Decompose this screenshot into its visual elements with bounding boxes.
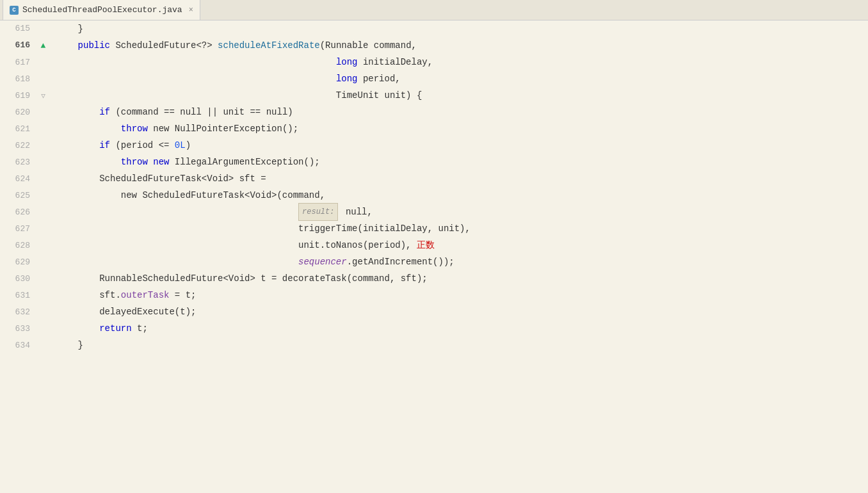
line-num-624: 624 <box>0 174 35 184</box>
code-line-626: result: null, <box>56 204 868 220</box>
code-text2-622: ) <box>186 137 191 154</box>
code-text-634: } <box>56 337 83 353</box>
code-text-618 <box>56 70 336 87</box>
code-indent-626 <box>56 204 298 220</box>
line-num-633: 633 <box>0 324 35 334</box>
gutter-row-626: 626 <box>0 204 51 220</box>
field-sequencer-629: sequencer <box>298 254 347 270</box>
code-text-625: new ScheduledFutureTask<Void>(command, <box>56 187 325 204</box>
line-num-619: 619 <box>0 91 35 101</box>
code-space2-616 <box>213 37 218 54</box>
line-num-627: 627 <box>0 224 35 234</box>
code-line-632: delayedExecute(t); <box>56 303 868 320</box>
code-text2-631: = t; <box>169 287 196 303</box>
keyword-throw-621: throw <box>121 120 148 137</box>
code-text2-617: initialDelay, <box>357 54 433 70</box>
line-num-617: 617 <box>0 58 35 67</box>
code-line-619: TimeUnit unit) { <box>56 87 868 104</box>
code-line-627: triggerTime(initialDelay, unit), <box>56 220 868 237</box>
gutter-row-632: 632 <box>0 303 51 320</box>
code-text-629: .getAndIncrement()); <box>347 254 454 270</box>
code-text-633: t; <box>132 320 148 337</box>
keyword-public-616: public <box>78 37 110 54</box>
tooltip-result-626: result: <box>298 203 338 221</box>
file-type-icon: C <box>10 6 19 15</box>
chinese-comment-628: 正数 <box>417 237 435 254</box>
keyword-return-633: return <box>99 320 131 337</box>
line-num-634: 634 <box>0 341 35 350</box>
code-line-623: throw new IllegalArgumentException(); <box>56 154 868 170</box>
code-line-615: } <box>56 20 868 37</box>
gutter-616: ▲ <box>35 41 51 51</box>
line-num-622: 622 <box>0 141 35 150</box>
code-text-619: TimeUnit unit) { <box>56 87 422 104</box>
code-line-622: if (period <= 0L) <box>56 137 868 154</box>
code-line-630: RunnableScheduledFuture<Void> t = decora… <box>56 270 868 287</box>
line-num-629: 629 <box>0 257 35 267</box>
keyword-if-620: if <box>99 104 110 120</box>
keyword-long-618: long <box>336 70 358 87</box>
line-num-621: 621 <box>0 124 35 134</box>
code-text-615: } <box>56 20 83 37</box>
gutter-row-615: 615 <box>0 20 51 37</box>
line-number-gutter: 615 616 ▲ 617 618 619 ▽ <box>0 20 51 493</box>
code-line-617: long initialDelay, <box>56 54 868 70</box>
code-text-626: null, <box>340 204 372 220</box>
gutter-row-622: 622 <box>0 137 51 154</box>
gutter-row-624: 624 <box>0 170 51 187</box>
code-content: } public ScheduledFuture<?> scheduleAtFi… <box>51 20 868 493</box>
line-num-618: 618 <box>0 74 35 84</box>
keyword-if-622: if <box>99 137 110 154</box>
code-indent-620 <box>56 104 99 120</box>
code-text-630: RunnableScheduledFuture<Void> t = decora… <box>56 270 428 287</box>
code-line-633: return t; <box>56 320 868 337</box>
code-text2-618: period, <box>357 70 400 87</box>
gutter-row-628: 628 <box>0 237 51 254</box>
gutter-row-633: 633 <box>0 320 51 337</box>
line-num-630: 630 <box>0 274 35 284</box>
code-indent-621 <box>56 120 121 137</box>
code-space-616: ScheduledFuture <box>110 37 196 54</box>
number-0L-622: 0L <box>175 137 186 154</box>
code-line-618: long period, <box>56 70 868 87</box>
code-line-628: unit.toNanos(period), 正数 <box>56 237 868 254</box>
line-num-623: 623 <box>0 158 35 167</box>
code-text-622: (period <= <box>110 137 175 154</box>
gutter-row-634: 634 <box>0 337 51 353</box>
method-name-616: scheduleAtFixedRate <box>218 37 320 54</box>
code-text-631: sft. <box>56 287 121 303</box>
line-num-616: 616 <box>0 37 35 54</box>
line-num-631: 631 <box>0 291 35 300</box>
gutter-row-623: 623 <box>0 154 51 170</box>
bookmark-icon-616: ▲ <box>41 41 46 51</box>
gutter-row-617: 617 <box>0 54 51 70</box>
gutter-row-625: 625 <box>0 187 51 204</box>
code-area: 615 616 ▲ 617 618 619 ▽ <box>0 20 868 493</box>
line-num-632: 632 <box>0 307 35 317</box>
line-num-628: 628 <box>0 241 35 250</box>
tab-filename: ScheduledThreadPoolExecutor.java <box>22 5 182 15</box>
code-text-624: ScheduledFutureTask<Void> sft = <box>56 170 266 187</box>
code-indent-623 <box>56 154 121 170</box>
code-text-617 <box>56 54 336 70</box>
code-text-628: unit.toNanos(period), <box>56 237 417 254</box>
gutter-row-629: 629 <box>0 254 51 270</box>
keyword-long-617: long <box>336 54 358 70</box>
gutter-row-621: 621 <box>0 120 51 137</box>
tab-close-button[interactable]: × <box>189 6 193 15</box>
tab-bar: C ScheduledThreadPoolExecutor.java × <box>0 0 868 20</box>
gutter-row-618: 618 <box>0 70 51 87</box>
code-line-629: sequencer.getAndIncrement()); <box>56 254 868 270</box>
gutter-row-627: 627 <box>0 220 51 237</box>
code-params-616: (Runnable command, <box>320 37 417 54</box>
code-text-632: delayedExecute(t); <box>56 303 196 320</box>
code-text-627: triggerTime(initialDelay, unit), <box>56 220 470 237</box>
code-line-620: if (command == null || unit == null) <box>56 104 868 120</box>
gutter-row-616: 616 ▲ <box>0 37 51 54</box>
code-line-631: sft.outerTask = t; <box>56 287 868 303</box>
gutter-619: ▽ <box>35 92 51 100</box>
gutter-row-630: 630 <box>0 270 51 287</box>
editor-tab[interactable]: C ScheduledThreadPoolExecutor.java × <box>3 0 200 20</box>
fold-icon-619: ▽ <box>41 92 45 100</box>
line-num-620: 620 <box>0 108 35 117</box>
